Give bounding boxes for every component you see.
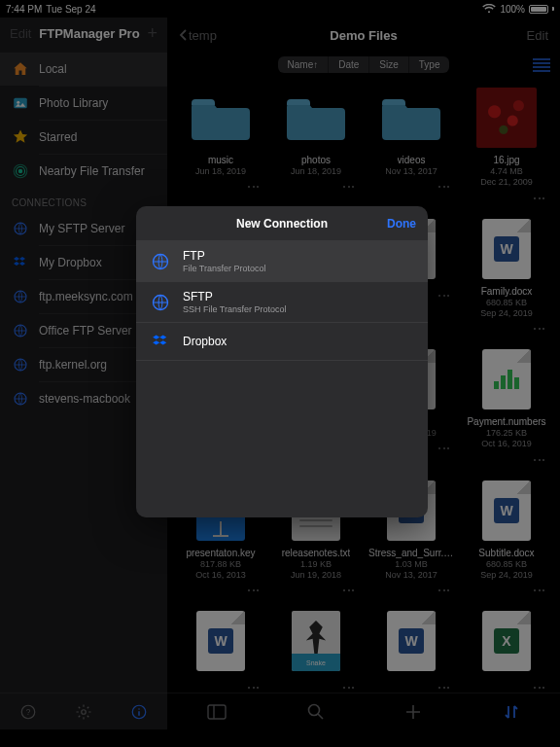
- globe-icon: [150, 292, 171, 313]
- modal-option-sub: SSH File Transfer Protocol: [183, 304, 287, 314]
- globe-icon: [150, 251, 171, 272]
- modal-option-sub: File Transfer Protocol: [183, 264, 266, 273]
- modal-option-title: FTP: [183, 249, 266, 263]
- new-connection-modal: New Connection Done FTPFile Transfer Pro…: [136, 206, 428, 517]
- dropbox-icon: [150, 331, 171, 352]
- modal-option-sftp[interactable]: SFTPSSH File Transfer Protocol: [136, 282, 428, 323]
- modal-option-title: SFTP: [183, 290, 287, 303]
- modal-title: New Connection: [236, 217, 328, 231]
- modal-option-ftp[interactable]: FTPFile Transfer Protocol: [136, 241, 428, 282]
- modal-option-title: Dropbox: [183, 335, 227, 348]
- modal-done-button[interactable]: Done: [387, 217, 416, 231]
- modal-option-dropbox[interactable]: Dropbox: [136, 323, 428, 361]
